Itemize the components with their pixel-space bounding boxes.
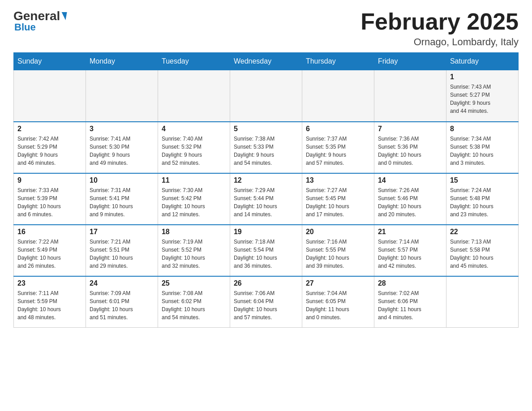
day-number: 12 (234, 176, 298, 184)
location-title: Ornago, Lombardy, Italy (360, 36, 519, 48)
calendar-cell (374, 70, 446, 122)
calendar-week-1: 1Sunrise: 7:43 AM Sunset: 5:27 PM Daylig… (14, 70, 519, 122)
calendar-header-row: Sunday Monday Tuesday Wednesday Thursday… (14, 53, 519, 70)
calendar-cell: 5Sunrise: 7:38 AM Sunset: 5:33 PM Daylig… (230, 122, 302, 173)
day-info: Sunrise: 7:43 AM Sunset: 5:27 PM Dayligh… (450, 83, 515, 115)
calendar-cell (86, 70, 158, 122)
day-info: Sunrise: 7:19 AM Sunset: 5:52 PM Dayligh… (162, 238, 226, 270)
calendar-cell: 17Sunrise: 7:21 AM Sunset: 5:51 PM Dayli… (86, 225, 158, 276)
calendar-week-2: 2Sunrise: 7:42 AM Sunset: 5:29 PM Daylig… (14, 122, 519, 173)
day-info: Sunrise: 7:14 AM Sunset: 5:57 PM Dayligh… (378, 238, 442, 270)
day-number: 27 (306, 279, 370, 287)
day-number: 22 (450, 228, 515, 236)
calendar-cell: 15Sunrise: 7:24 AM Sunset: 5:48 PM Dayli… (446, 173, 518, 225)
calendar-cell: 3Sunrise: 7:41 AM Sunset: 5:30 PM Daylig… (86, 122, 158, 173)
calendar-cell: 23Sunrise: 7:11 AM Sunset: 5:59 PM Dayli… (14, 276, 86, 328)
calendar-cell: 14Sunrise: 7:26 AM Sunset: 5:46 PM Dayli… (374, 173, 446, 225)
day-number: 28 (378, 279, 442, 287)
header-thursday: Thursday (302, 53, 374, 70)
calendar-cell: 8Sunrise: 7:34 AM Sunset: 5:38 PM Daylig… (446, 122, 518, 173)
day-info: Sunrise: 7:06 AM Sunset: 6:04 PM Dayligh… (234, 289, 298, 321)
logo-blue-text: Blue (14, 21, 36, 33)
calendar-week-4: 16Sunrise: 7:22 AM Sunset: 5:49 PM Dayli… (14, 225, 519, 276)
calendar-cell: 21Sunrise: 7:14 AM Sunset: 5:57 PM Dayli… (374, 225, 446, 276)
calendar-cell: 4Sunrise: 7:40 AM Sunset: 5:32 PM Daylig… (158, 122, 230, 173)
month-title: February 2025 (360, 9, 519, 34)
header-monday: Monday (86, 53, 158, 70)
day-info: Sunrise: 7:37 AM Sunset: 5:35 PM Dayligh… (306, 135, 370, 167)
logo-arrow-icon (60, 12, 67, 20)
day-info: Sunrise: 7:27 AM Sunset: 5:45 PM Dayligh… (306, 186, 370, 218)
calendar-cell: 22Sunrise: 7:13 AM Sunset: 5:58 PM Dayli… (446, 225, 518, 276)
day-number: 23 (17, 279, 82, 287)
day-info: Sunrise: 7:41 AM Sunset: 5:30 PM Dayligh… (90, 135, 154, 167)
calendar-cell: 7Sunrise: 7:36 AM Sunset: 5:36 PM Daylig… (374, 122, 446, 173)
calendar-cell: 10Sunrise: 7:31 AM Sunset: 5:41 PM Dayli… (86, 173, 158, 225)
day-number: 11 (162, 176, 226, 184)
calendar-cell: 12Sunrise: 7:29 AM Sunset: 5:44 PM Dayli… (230, 173, 302, 225)
calendar-cell: 20Sunrise: 7:16 AM Sunset: 5:55 PM Dayli… (302, 225, 374, 276)
calendar-cell (446, 276, 518, 328)
calendar-week-3: 9Sunrise: 7:33 AM Sunset: 5:39 PM Daylig… (14, 173, 519, 225)
day-info: Sunrise: 7:31 AM Sunset: 5:41 PM Dayligh… (90, 186, 154, 218)
day-info: Sunrise: 7:08 AM Sunset: 6:02 PM Dayligh… (162, 289, 226, 321)
day-number: 9 (17, 176, 82, 184)
calendar-cell: 9Sunrise: 7:33 AM Sunset: 5:39 PM Daylig… (14, 173, 86, 225)
page-header: General Blue February 2025 Ornago, Lomba… (13, 9, 519, 48)
day-number: 13 (306, 176, 370, 184)
header-saturday: Saturday (446, 53, 518, 70)
day-info: Sunrise: 7:33 AM Sunset: 5:39 PM Dayligh… (17, 186, 82, 218)
day-number: 19 (234, 228, 298, 236)
calendar-cell (302, 70, 374, 122)
calendar-cell (230, 70, 302, 122)
calendar-cell: 27Sunrise: 7:04 AM Sunset: 6:05 PM Dayli… (302, 276, 374, 328)
day-info: Sunrise: 7:38 AM Sunset: 5:33 PM Dayligh… (234, 135, 298, 167)
day-number: 15 (450, 176, 515, 184)
day-info: Sunrise: 7:18 AM Sunset: 5:54 PM Dayligh… (234, 238, 298, 270)
day-info: Sunrise: 7:36 AM Sunset: 5:36 PM Dayligh… (378, 135, 442, 167)
day-number: 10 (90, 176, 154, 184)
day-info: Sunrise: 7:13 AM Sunset: 5:58 PM Dayligh… (450, 238, 515, 270)
day-number: 7 (378, 125, 442, 133)
calendar-cell (14, 70, 86, 122)
logo: General Blue (13, 9, 67, 33)
day-number: 3 (90, 125, 154, 133)
calendar-week-5: 23Sunrise: 7:11 AM Sunset: 5:59 PM Dayli… (14, 276, 519, 328)
day-number: 25 (162, 279, 226, 287)
calendar-cell: 24Sunrise: 7:09 AM Sunset: 6:01 PM Dayli… (86, 276, 158, 328)
calendar-cell: 19Sunrise: 7:18 AM Sunset: 5:54 PM Dayli… (230, 225, 302, 276)
day-info: Sunrise: 7:42 AM Sunset: 5:29 PM Dayligh… (17, 135, 82, 167)
day-info: Sunrise: 7:11 AM Sunset: 5:59 PM Dayligh… (17, 289, 82, 321)
day-number: 5 (234, 125, 298, 133)
day-number: 6 (306, 125, 370, 133)
day-info: Sunrise: 7:16 AM Sunset: 5:55 PM Dayligh… (306, 238, 370, 270)
day-info: Sunrise: 7:02 AM Sunset: 6:06 PM Dayligh… (378, 289, 442, 321)
day-info: Sunrise: 7:40 AM Sunset: 5:32 PM Dayligh… (162, 135, 226, 167)
day-number: 21 (378, 228, 442, 236)
day-number: 26 (234, 279, 298, 287)
day-info: Sunrise: 7:24 AM Sunset: 5:48 PM Dayligh… (450, 186, 515, 218)
day-number: 17 (90, 228, 154, 236)
day-info: Sunrise: 7:22 AM Sunset: 5:49 PM Dayligh… (17, 238, 82, 270)
day-info: Sunrise: 7:04 AM Sunset: 6:05 PM Dayligh… (306, 289, 370, 321)
calendar-cell: 26Sunrise: 7:06 AM Sunset: 6:04 PM Dayli… (230, 276, 302, 328)
calendar-cell: 13Sunrise: 7:27 AM Sunset: 5:45 PM Dayli… (302, 173, 374, 225)
day-number: 8 (450, 125, 515, 133)
calendar-cell: 18Sunrise: 7:19 AM Sunset: 5:52 PM Dayli… (158, 225, 230, 276)
header-friday: Friday (374, 53, 446, 70)
day-number: 2 (17, 125, 82, 133)
day-info: Sunrise: 7:29 AM Sunset: 5:44 PM Dayligh… (234, 186, 298, 218)
calendar-cell: 6Sunrise: 7:37 AM Sunset: 5:35 PM Daylig… (302, 122, 374, 173)
day-number: 18 (162, 228, 226, 236)
day-number: 14 (378, 176, 442, 184)
day-number: 1 (450, 73, 515, 81)
calendar-cell: 11Sunrise: 7:30 AM Sunset: 5:42 PM Dayli… (158, 173, 230, 225)
day-number: 4 (162, 125, 226, 133)
day-info: Sunrise: 7:34 AM Sunset: 5:38 PM Dayligh… (450, 135, 515, 167)
calendar-cell: 28Sunrise: 7:02 AM Sunset: 6:06 PM Dayli… (374, 276, 446, 328)
calendar-cell: 2Sunrise: 7:42 AM Sunset: 5:29 PM Daylig… (14, 122, 86, 173)
header-tuesday: Tuesday (158, 53, 230, 70)
calendar-cell: 16Sunrise: 7:22 AM Sunset: 5:49 PM Dayli… (14, 225, 86, 276)
day-info: Sunrise: 7:30 AM Sunset: 5:42 PM Dayligh… (162, 186, 226, 218)
day-number: 20 (306, 228, 370, 236)
